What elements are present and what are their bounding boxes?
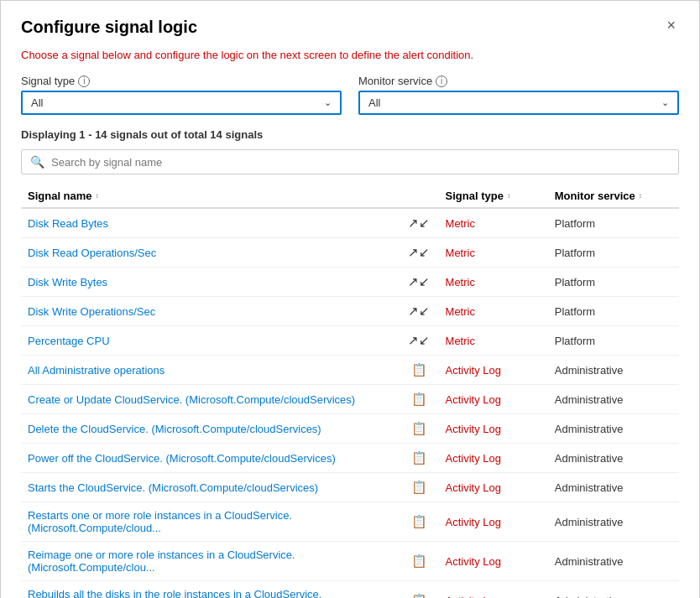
signal-name-link[interactable]: Disk Read Bytes xyxy=(28,217,108,230)
monitor-service-value: Administrative xyxy=(555,516,624,528)
signal-name-link[interactable]: Power off the CloudService. (Microsoft.C… xyxy=(28,452,336,465)
signal-type-chevron-icon: ⌄ xyxy=(324,97,332,108)
configure-signal-dialog: Configure signal logic × Choose a signal… xyxy=(0,0,700,598)
signal-type-value: Metric xyxy=(446,217,475,230)
signal-type-value: Metric xyxy=(446,276,475,289)
signal-type-value: Activity Log xyxy=(446,364,501,377)
signal-type-value: Metric xyxy=(446,305,475,318)
metric-icon: ↗↙ xyxy=(408,333,430,347)
monitor-service-value: Administrative xyxy=(555,393,624,406)
th-monitor-service[interactable]: Monitor service ↕ xyxy=(548,185,679,208)
activity-log-icon: 📋 xyxy=(411,392,427,406)
search-icon: 🔍 xyxy=(30,155,44,169)
signal-type-value: Activity Log xyxy=(446,516,501,528)
signal-name-link[interactable]: Delete the CloudService. (Microsoft.Comp… xyxy=(28,423,321,435)
signal-name-link[interactable]: Disk Write Bytes xyxy=(28,276,107,289)
signal-name-link[interactable]: Rebuilds all the disks in the role insta… xyxy=(28,588,321,598)
signal-name-sort-icon[interactable]: ↕ xyxy=(96,193,99,200)
signal-name-link[interactable]: Reimage one or more role instances in a … xyxy=(28,549,295,574)
table-row: Percentage CPU↗↙MetricPlatform xyxy=(21,326,679,356)
count-text: Displaying 1 - 14 signals out of total 1… xyxy=(21,128,679,141)
signal-type-value: Activity Log xyxy=(446,595,501,599)
th-icon xyxy=(400,185,438,208)
metric-icon: ↗↙ xyxy=(408,245,430,259)
table-row: Disk Write Bytes↗↙MetricPlatform xyxy=(21,268,679,297)
dialog-header: Configure signal logic × xyxy=(21,18,679,37)
table-row: Create or Update CloudService. (Microsof… xyxy=(21,385,679,414)
info-text: Choose a signal below and configure the … xyxy=(21,49,679,61)
monitor-service-info-icon[interactable]: i xyxy=(436,75,447,87)
activity-log-icon: 📋 xyxy=(411,362,427,377)
table-row: Power off the CloudService. (Microsoft.C… xyxy=(21,444,679,473)
dialog-title: Configure signal logic xyxy=(21,18,197,37)
activity-log-icon: 📋 xyxy=(411,593,427,598)
close-button[interactable]: × xyxy=(663,18,679,33)
signal-name-link[interactable]: All Administrative operations xyxy=(28,364,165,377)
signal-name-link[interactable]: Percentage CPU xyxy=(28,335,110,347)
monitor-service-value: Platform xyxy=(555,247,595,259)
table-row: Disk Read Operations/Sec↗↙MetricPlatform xyxy=(21,238,679,268)
table-row: Disk Write Operations/Sec↗↙MetricPlatfor… xyxy=(21,297,679,326)
signal-type-info-icon[interactable]: i xyxy=(78,75,90,87)
monitor-service-dropdown[interactable]: All ⌄ xyxy=(358,91,679,115)
metric-icon: ↗↙ xyxy=(408,304,430,318)
signal-name-link[interactable]: Disk Write Operations/Sec xyxy=(28,305,155,318)
th-signal-name[interactable]: Signal name ↕ xyxy=(21,185,400,208)
signal-type-label: Signal type i xyxy=(21,75,342,87)
signal-name-link[interactable]: Create or Update CloudService. (Microsof… xyxy=(28,393,355,406)
table-row: Rebuilds all the disks in the role insta… xyxy=(21,581,679,599)
monitor-service-value: Administrative xyxy=(555,595,624,599)
search-input[interactable] xyxy=(51,156,670,169)
monitor-service-value: Administrative xyxy=(555,452,624,465)
signal-name-link[interactable]: Disk Read Operations/Sec xyxy=(28,247,156,259)
signal-type-value: Activity Log xyxy=(446,393,501,406)
monitor-service-filter: Monitor service i All ⌄ xyxy=(358,75,679,115)
monitor-service-value: Platform xyxy=(555,217,595,230)
table-row: All Administrative operations📋Activity L… xyxy=(21,356,679,385)
signal-type-value: Activity Log xyxy=(446,452,501,465)
signal-type-value: Activity Log xyxy=(446,423,501,435)
metric-icon: ↗↙ xyxy=(408,216,430,230)
signal-type-value: Activity Log xyxy=(446,481,501,494)
signal-type-filter: Signal type i All ⌄ xyxy=(21,75,342,115)
monitor-service-value: Platform xyxy=(555,276,595,289)
activity-log-icon: 📋 xyxy=(411,480,427,494)
metric-icon: ↗↙ xyxy=(408,274,430,289)
signal-name-link[interactable]: Starts the CloudService. (Microsoft.Comp… xyxy=(28,481,318,494)
signal-type-dropdown[interactable]: All ⌄ xyxy=(21,91,342,115)
monitor-service-value: Administrative xyxy=(555,555,624,568)
monitor-service-value: Platform xyxy=(555,305,595,318)
table-row: Restarts one or more role instances in a… xyxy=(21,502,679,542)
activity-log-icon: 📋 xyxy=(411,421,427,435)
signal-type-sort-icon[interactable]: ↕ xyxy=(507,193,510,200)
activity-log-icon: 📋 xyxy=(411,450,427,465)
monitor-service-value: Administrative xyxy=(555,481,624,494)
table-row: Disk Read Bytes↗↙MetricPlatform xyxy=(21,208,679,238)
monitor-service-chevron-icon: ⌄ xyxy=(661,97,669,108)
search-box[interactable]: 🔍 xyxy=(21,149,679,174)
monitor-service-value: Platform xyxy=(555,335,595,347)
monitor-service-value: Administrative xyxy=(555,364,624,377)
signals-table: Signal name ↕ Signal type ↕ Monitor serv… xyxy=(21,185,679,598)
table-header-row: Signal name ↕ Signal type ↕ Monitor serv… xyxy=(21,185,679,208)
activity-log-icon: 📋 xyxy=(411,514,427,528)
filters-row: Signal type i All ⌄ Monitor service i Al… xyxy=(21,75,679,115)
monitor-service-label: Monitor service i xyxy=(358,75,679,87)
table-row: Delete the CloudService. (Microsoft.Comp… xyxy=(21,414,679,444)
signal-type-value: Metric xyxy=(446,335,475,347)
table-row: Starts the CloudService. (Microsoft.Comp… xyxy=(21,473,679,502)
signal-type-value: Metric xyxy=(446,247,475,259)
signal-type-value: Activity Log xyxy=(446,555,501,568)
monitor-service-sort-icon[interactable]: ↕ xyxy=(639,193,642,200)
monitor-service-value: Administrative xyxy=(555,423,624,435)
activity-log-icon: 📋 xyxy=(411,554,427,568)
signal-name-link[interactable]: Restarts one or more role instances in a… xyxy=(28,509,292,534)
th-signal-type[interactable]: Signal type ↕ xyxy=(439,185,548,208)
table-row: Reimage one or more role instances in a … xyxy=(21,542,679,581)
